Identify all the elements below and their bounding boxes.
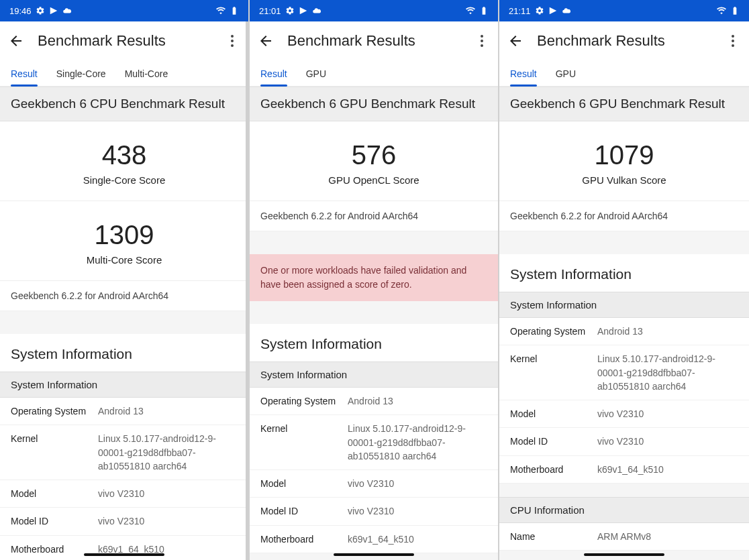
back-button[interactable] bbox=[258, 33, 274, 49]
result-heading: Geekbench 6 GPU Benchmark Result bbox=[499, 87, 749, 121]
status-time: 21:11 bbox=[509, 6, 531, 16]
warning-panel: One or more workloads have failed valida… bbox=[250, 254, 498, 301]
svg-point-3 bbox=[481, 35, 483, 38]
overflow-menu-button[interactable] bbox=[725, 33, 741, 49]
table-row: Motherboardk69v1_64_k510 bbox=[499, 456, 749, 484]
version-line: Geekbench 6.2.2 for Android AArch64 bbox=[250, 201, 498, 231]
wifi-icon bbox=[717, 6, 726, 15]
phone-screen: 19:46Benchmark ResultsResultSingle-CoreM… bbox=[0, 0, 250, 560]
svg-point-7 bbox=[732, 40, 734, 42]
score-block: 1079GPU Vulkan Score bbox=[499, 121, 749, 201]
tab-result[interactable]: Result bbox=[510, 60, 537, 86]
gear-icon bbox=[535, 6, 544, 15]
score-label: Multi-Core Score bbox=[0, 254, 248, 266]
score-block: 576GPU OpenCL Score bbox=[250, 121, 498, 201]
table-row: KernelLinux 5.10.177-android12-9-00001-g… bbox=[499, 345, 749, 400]
system-information-heading: System Information bbox=[499, 254, 749, 292]
page-title: Benchmark Results bbox=[38, 32, 211, 50]
android-nav-pill[interactable] bbox=[334, 553, 414, 556]
wifi-icon bbox=[466, 6, 475, 15]
table-row: Modelvivo V2310 bbox=[499, 400, 749, 428]
play-icon bbox=[49, 6, 58, 15]
score-value: 438 bbox=[0, 140, 248, 170]
tab-result[interactable]: Result bbox=[11, 60, 38, 86]
row-key: Model ID bbox=[510, 435, 597, 448]
row-value: vivo V2310 bbox=[98, 514, 144, 528]
score-label: Single-Core Score bbox=[0, 174, 248, 186]
content-scroll[interactable]: Geekbench 6 CPU Benchmark Result438Singl… bbox=[0, 87, 248, 560]
row-key: Operating System bbox=[260, 394, 348, 408]
app-bar: Benchmark Results bbox=[250, 21, 498, 60]
cloud-icon bbox=[562, 6, 571, 15]
scrollbar[interactable] bbox=[246, 21, 248, 560]
battery-icon bbox=[479, 6, 489, 15]
row-value: k69v1_64_k510 bbox=[348, 533, 414, 546]
android-nav-pill[interactable] bbox=[84, 553, 164, 556]
row-value: vivo V2310 bbox=[597, 435, 644, 448]
overflow-menu-button[interactable] bbox=[224, 33, 240, 49]
system-information-heading: System Information bbox=[0, 334, 248, 372]
battery-icon bbox=[230, 6, 239, 15]
content-scroll[interactable]: Geekbench 6 GPU Benchmark Result576GPU O… bbox=[250, 87, 498, 560]
row-key: Model ID bbox=[11, 514, 98, 528]
android-nav-pill[interactable] bbox=[584, 553, 664, 556]
system-information-subheader: System Information bbox=[499, 292, 749, 318]
table-row: Model IDvivo V2310 bbox=[250, 498, 498, 525]
spacer bbox=[250, 231, 498, 254]
row-key: Model bbox=[11, 487, 98, 500]
table-row: Motherboardk69v1_64_k510 bbox=[0, 536, 248, 560]
gear-icon bbox=[285, 6, 295, 15]
app-bar: Benchmark Results bbox=[499, 21, 749, 60]
battery-icon bbox=[730, 6, 740, 15]
row-key: Model ID bbox=[260, 504, 348, 518]
play-icon bbox=[548, 6, 558, 15]
row-value: vivo V2310 bbox=[348, 477, 394, 490]
page-title: Benchmark Results bbox=[287, 32, 460, 50]
spacer bbox=[499, 484, 749, 497]
row-value: vivo V2310 bbox=[597, 407, 644, 421]
score-label: GPU Vulkan Score bbox=[499, 174, 749, 186]
row-key: Model bbox=[260, 477, 348, 490]
row-key: Operating System bbox=[510, 325, 597, 338]
svg-point-5 bbox=[481, 44, 483, 47]
result-heading: Geekbench 6 GPU Benchmark Result bbox=[250, 87, 498, 121]
tab-multi-core[interactable]: Multi-Core bbox=[125, 60, 168, 86]
tab-result[interactable]: Result bbox=[260, 60, 287, 86]
status-bar: 21:01 bbox=[250, 0, 498, 21]
row-value: vivo V2310 bbox=[98, 487, 144, 500]
svg-point-2 bbox=[231, 44, 234, 47]
phone-screen: 21:01Benchmark ResultsResultGPUGeekbench… bbox=[250, 0, 499, 560]
spacer bbox=[250, 301, 498, 324]
table-row: Operating SystemAndroid 13 bbox=[250, 388, 498, 415]
row-key: Model bbox=[510, 407, 597, 421]
content-scroll[interactable]: Geekbench 6 GPU Benchmark Result1079GPU … bbox=[499, 87, 749, 560]
score-value: 576 bbox=[250, 140, 498, 170]
svg-point-8 bbox=[732, 44, 734, 47]
row-key: Operating System bbox=[11, 404, 98, 418]
table-row: Operating SystemAndroid 13 bbox=[0, 398, 248, 425]
tab-gpu[interactable]: GPU bbox=[556, 60, 576, 86]
status-bar: 19:46 bbox=[0, 0, 248, 21]
table-row: NameARM ARMv8 bbox=[499, 523, 749, 551]
result-heading: Geekbench 6 CPU Benchmark Result bbox=[0, 87, 248, 121]
back-button[interactable] bbox=[507, 33, 523, 49]
tab-single-core[interactable]: Single-Core bbox=[56, 60, 106, 86]
back-button[interactable] bbox=[8, 33, 24, 49]
row-key: Kernel bbox=[510, 352, 597, 393]
tab-gpu[interactable]: GPU bbox=[306, 60, 326, 86]
status-time: 21:01 bbox=[259, 6, 281, 16]
row-key: Motherboard bbox=[510, 463, 597, 476]
status-bar: 21:11 bbox=[499, 0, 749, 21]
overflow-menu-button[interactable] bbox=[474, 33, 490, 49]
row-value: Android 13 bbox=[348, 394, 393, 408]
system-information-subheader: System Information bbox=[0, 372, 248, 398]
cloud-icon bbox=[62, 6, 72, 15]
table-row: Model IDvivo V2310 bbox=[499, 428, 749, 455]
tab-bar: ResultSingle-CoreMulti-Core bbox=[0, 60, 248, 87]
row-key: Kernel bbox=[11, 432, 98, 473]
cloud-icon bbox=[312, 6, 321, 15]
system-information-heading: System Information bbox=[250, 324, 498, 361]
row-key: Motherboard bbox=[260, 533, 348, 546]
spacer bbox=[0, 311, 248, 334]
svg-point-1 bbox=[231, 40, 234, 42]
